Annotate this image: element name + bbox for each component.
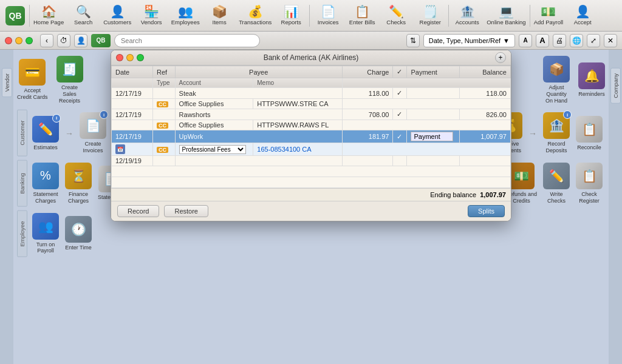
search-input[interactable] <box>114 34 260 47</box>
payment-input[interactable] <box>411 132 453 141</box>
table-row-selected[interactable]: 12/17/19 UpWork 181.97 ✓ 1,007.97 <box>112 130 511 143</box>
toolbar-register[interactable]: 🗒️ Register <box>413 1 447 30</box>
font-small-button[interactable]: A <box>519 34 532 47</box>
cell-payment <box>407 88 460 99</box>
minimize-button[interactable] <box>15 37 22 44</box>
cell-balance <box>460 156 511 166</box>
vendor-tab[interactable]: Vendor <box>2 68 12 97</box>
toolbar-customers[interactable]: 👤 Customers <box>100 1 134 30</box>
cell-payee: UpWork <box>175 130 342 143</box>
toolbar-accounts[interactable]: 🏦 Accounts <box>450 1 484 30</box>
date-selector[interactable]: Date, Type, Number/Ref ▼ <box>423 34 515 47</box>
table-row[interactable]: 12/17/19 Rawshorts 708.00 ✓ 826.00 <box>112 109 511 120</box>
account-select[interactable]: Professional Fees <box>179 145 246 154</box>
cell-date: 12/17/19 <box>112 109 153 120</box>
toolbar-reports[interactable]: 📊 Reports <box>274 1 308 30</box>
record-button[interactable]: Record <box>117 205 159 217</box>
toolbar-employees[interactable]: 👥 Employees <box>168 1 202 30</box>
toolbar-enter-bills[interactable]: 📋 Enter Bills <box>345 1 379 30</box>
cell-check: ✓ <box>393 130 407 143</box>
cell-balance: 826.00 <box>460 109 511 120</box>
modal-maximize-button[interactable] <box>137 54 144 61</box>
close-icon[interactable]: ✕ <box>604 34 617 47</box>
toolbar-online-banking[interactable]: 💻 Online Banking <box>484 1 528 30</box>
cell-ref <box>153 88 176 99</box>
cell-payee <box>175 156 342 166</box>
cell-memo-sub: HTTPSWWW.RAWS FL <box>253 120 342 130</box>
right-tabs: Company <box>609 50 622 364</box>
table-row[interactable]: 12/19/19 <box>112 156 511 166</box>
cell-charge: 118.00 <box>342 88 393 99</box>
modal-buttons: Record Restore Splits <box>111 201 511 221</box>
modal-body: Date Ref Payee Charge ✓ Payment Balance … <box>111 66 511 201</box>
modal-close-button[interactable] <box>116 54 123 61</box>
modal-minimize-button[interactable] <box>126 54 134 61</box>
expand-icon[interactable]: ⤢ <box>587 34 600 47</box>
ending-balance-value: 1,007.97 <box>480 191 506 198</box>
gauge-icon: ⏱ <box>57 34 70 47</box>
register-table-body: 12/17/19 Steak 118.00 ✓ 118.00 <box>112 88 511 188</box>
sort-icon[interactable]: ⇅ <box>406 34 420 47</box>
col-ref: Ref <box>153 66 176 78</box>
toolbar-invoices[interactable]: 📄 Invoices <box>311 1 345 30</box>
cell-rest-sub <box>342 120 510 130</box>
app-body: Vendor 💳 AcceptCredit Cards 🧾 CreateSale… <box>0 50 622 364</box>
toolbar-sep-3 <box>448 5 449 27</box>
table-row[interactable]: 12/17/19 Steak 118.00 ✓ 118.00 <box>112 88 511 99</box>
col-checkmark: ✓ <box>393 66 407 78</box>
col-balance: Balance <box>460 66 511 78</box>
modal-title: Bank of America (AK Airlines) <box>264 53 359 62</box>
back-button[interactable]: ‹ <box>40 34 53 47</box>
toolbar-accept[interactable]: 👤 Accept <box>566 1 600 30</box>
cell-account-sub[interactable]: Professional Fees <box>175 143 253 156</box>
modal-add-button[interactable]: + <box>495 52 506 63</box>
cell-payment[interactable] <box>407 130 460 143</box>
qb-mini-logo: QB <box>91 34 111 47</box>
cell-account-sub: Office Supplies <box>175 99 253 109</box>
company-tab[interactable]: Company <box>610 68 621 104</box>
cell-date: 12/17/19 <box>112 88 153 99</box>
globe-icon[interactable]: 🌐 <box>570 34 583 47</box>
maximize-button[interactable] <box>26 37 33 44</box>
toolbar-home[interactable]: 🏠 Home Page <box>31 1 66 30</box>
calendar-icon[interactable]: 📅 <box>115 144 125 154</box>
table-row-sub: CC Office Supplies HTTPSWWW.STRE CA <box>112 99 511 109</box>
toolbar-search[interactable]: 🔍 Search <box>66 1 100 30</box>
toolbar-transactions[interactable]: 💰 Transactions <box>236 1 274 30</box>
print-icon[interactable]: 🖨 <box>553 34 566 47</box>
inner-content: 💳 AcceptCredit Cards 🧾 CreateSales Recei… <box>13 50 609 364</box>
toolbar-sep-4 <box>530 5 530 27</box>
restore-button[interactable]: Restore <box>164 205 208 217</box>
cell-check <box>393 156 407 166</box>
modal-overlay: Bank of America (AK Airlines) + Date Ref… <box>13 50 609 364</box>
col-type-spacer <box>112 78 153 88</box>
table-row-empty <box>112 166 511 177</box>
quickbooks-logo[interactable]: QB <box>2 1 28 30</box>
table-row-empty <box>112 177 511 188</box>
splits-button[interactable]: Splits <box>468 205 505 217</box>
register-table: Date Ref Payee Charge ✓ Payment Balance … <box>111 66 511 188</box>
col-payee: Payee <box>175 66 342 78</box>
col-type: Type <box>153 78 176 88</box>
col-date: Date <box>112 66 153 78</box>
close-button[interactable] <box>5 37 12 44</box>
cell-ref <box>153 109 176 120</box>
cell-ref-sub: CC <box>153 143 176 156</box>
toolbar-add-payroll[interactable]: 💵 Add Payroll <box>531 1 566 30</box>
toolbar-sep-2 <box>309 5 310 27</box>
cell-balance: 1,007.97 <box>460 130 511 143</box>
toolbar-checks[interactable]: ✏️ Checks <box>379 1 413 30</box>
person-icon: 👤 <box>74 34 87 47</box>
cell-date: 12/19/19 <box>112 156 153 166</box>
cell-date-sub: 📅 <box>112 143 153 156</box>
toolbar-items[interactable]: 📦 Items <box>202 1 236 30</box>
cell-ref <box>153 156 176 166</box>
cell-date-sub <box>112 99 153 109</box>
cell-charge: 181.97 <box>342 130 393 143</box>
toolbar-sep-1 <box>29 5 30 27</box>
cell-balance: 118.00 <box>460 88 511 99</box>
font-large-button[interactable]: A <box>536 34 549 47</box>
table-row-sub: CC Office Supplies HTTPSWWW.RAWS FL <box>112 120 511 130</box>
toolbar-vendors[interactable]: 🏪 Vendors <box>134 1 168 30</box>
chevron-down-icon: ▼ <box>503 37 510 44</box>
